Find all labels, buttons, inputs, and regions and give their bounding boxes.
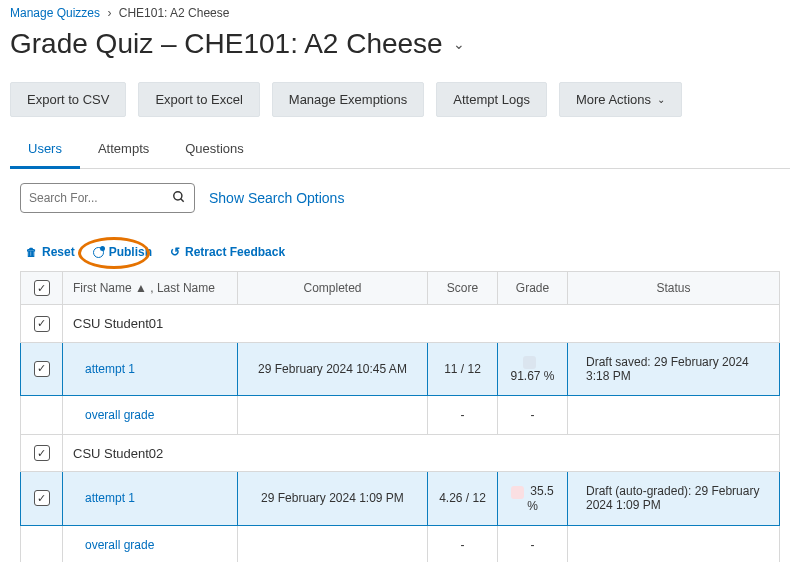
attempt-completed: 29 February 2024 10:45 AM bbox=[238, 342, 428, 395]
page-title-text: Grade Quiz – CHE101: A2 Cheese bbox=[10, 28, 443, 60]
student-checkbox[interactable] bbox=[34, 445, 50, 461]
attempt-grade: 91.67 % bbox=[498, 342, 568, 395]
search-input[interactable] bbox=[29, 191, 172, 205]
overall-row: overall grade - - bbox=[21, 525, 780, 562]
export-excel-button[interactable]: Export to Excel bbox=[138, 82, 259, 117]
page-title: Grade Quiz – CHE101: A2 Cheese ⌄ bbox=[0, 22, 800, 78]
reset-label: Reset bbox=[42, 245, 75, 259]
breadcrumb-separator: › bbox=[103, 6, 115, 20]
tab-questions[interactable]: Questions bbox=[167, 131, 262, 168]
trash-icon bbox=[26, 245, 37, 259]
publish-button[interactable]: Publish bbox=[93, 245, 152, 259]
col-checkbox bbox=[21, 272, 63, 305]
svg-line-1 bbox=[181, 198, 184, 201]
attempt-logs-button[interactable]: Attempt Logs bbox=[436, 82, 547, 117]
attempt-score: 4.26 / 12 bbox=[428, 472, 498, 525]
student-checkbox[interactable] bbox=[34, 316, 50, 332]
grade-indicator-icon bbox=[511, 486, 524, 499]
col-status: Status bbox=[568, 272, 780, 305]
tab-users[interactable]: Users bbox=[10, 131, 80, 169]
overall-row: overall grade - - bbox=[21, 395, 780, 434]
more-actions-button[interactable]: More Actions ⌄ bbox=[559, 82, 682, 117]
breadcrumb: Manage Quizzes › CHE101: A2 Cheese bbox=[0, 0, 800, 22]
publish-icon bbox=[93, 247, 104, 258]
select-all-checkbox[interactable] bbox=[34, 280, 50, 296]
student-group-row: CSU Student02 bbox=[21, 434, 780, 472]
attempt-link[interactable]: attempt 1 bbox=[63, 342, 238, 395]
overall-score: - bbox=[498, 525, 568, 562]
search-row: Show Search Options bbox=[0, 169, 800, 223]
export-csv-button[interactable]: Export to CSV bbox=[10, 82, 126, 117]
col-completed: Completed bbox=[238, 272, 428, 305]
overall-score: - bbox=[498, 395, 568, 434]
overall-completed: - bbox=[428, 395, 498, 434]
reset-button[interactable]: Reset bbox=[26, 245, 75, 259]
col-grade: Grade bbox=[498, 272, 568, 305]
tabs: Users Attempts Questions bbox=[10, 131, 790, 169]
overall-grade-link[interactable]: overall grade bbox=[63, 525, 238, 562]
retract-feedback-button[interactable]: Retract Feedback bbox=[170, 245, 285, 259]
retract-label: Retract Feedback bbox=[185, 245, 285, 259]
overall-grade-link[interactable]: overall grade bbox=[63, 395, 238, 434]
search-box[interactable] bbox=[20, 183, 195, 213]
attempt-row: attempt 1 29 February 2024 1:09 PM 4.26 … bbox=[21, 472, 780, 525]
attempt-score: 11 / 12 bbox=[428, 342, 498, 395]
more-actions-label: More Actions bbox=[576, 92, 651, 107]
student-group-row: CSU Student01 bbox=[21, 305, 780, 343]
grades-table: First Name ▲ , Last Name Completed Score… bbox=[20, 271, 780, 562]
student-name: CSU Student01 bbox=[63, 305, 780, 343]
breadcrumb-root-link[interactable]: Manage Quizzes bbox=[10, 6, 100, 20]
attempt-checkbox[interactable] bbox=[34, 361, 50, 377]
overall-completed: - bbox=[428, 525, 498, 562]
attempt-row: attempt 1 29 February 2024 10:45 AM 11 /… bbox=[21, 342, 780, 395]
student-name: CSU Student02 bbox=[63, 434, 780, 472]
toolbar: Export to CSV Export to Excel Manage Exe… bbox=[0, 78, 800, 131]
tab-attempts[interactable]: Attempts bbox=[80, 131, 167, 168]
publish-label: Publish bbox=[109, 245, 152, 259]
manage-exemptions-button[interactable]: Manage Exemptions bbox=[272, 82, 425, 117]
breadcrumb-current: CHE101: A2 Cheese bbox=[119, 6, 230, 20]
col-name[interactable]: First Name ▲ , Last Name bbox=[63, 272, 238, 305]
attempt-checkbox[interactable] bbox=[34, 490, 50, 506]
col-score: Score bbox=[428, 272, 498, 305]
retract-icon bbox=[170, 245, 180, 259]
action-row: Reset Publish Retract Feedback bbox=[0, 223, 800, 271]
attempt-grade: 35.5 % bbox=[498, 472, 568, 525]
chevron-down-icon: ⌄ bbox=[657, 94, 665, 105]
chevron-down-icon[interactable]: ⌄ bbox=[453, 36, 465, 52]
attempt-completed: 29 February 2024 1:09 PM bbox=[238, 472, 428, 525]
search-icon[interactable] bbox=[172, 190, 186, 207]
attempt-link[interactable]: attempt 1 bbox=[63, 472, 238, 525]
attempt-status: Draft saved: 29 February 2024 3:18 PM bbox=[568, 342, 780, 395]
svg-point-0 bbox=[174, 191, 182, 199]
attempt-status: Draft (auto-graded): 29 February 2024 1:… bbox=[568, 472, 780, 525]
show-search-options-link[interactable]: Show Search Options bbox=[209, 190, 344, 206]
grade-indicator-icon bbox=[523, 356, 536, 369]
